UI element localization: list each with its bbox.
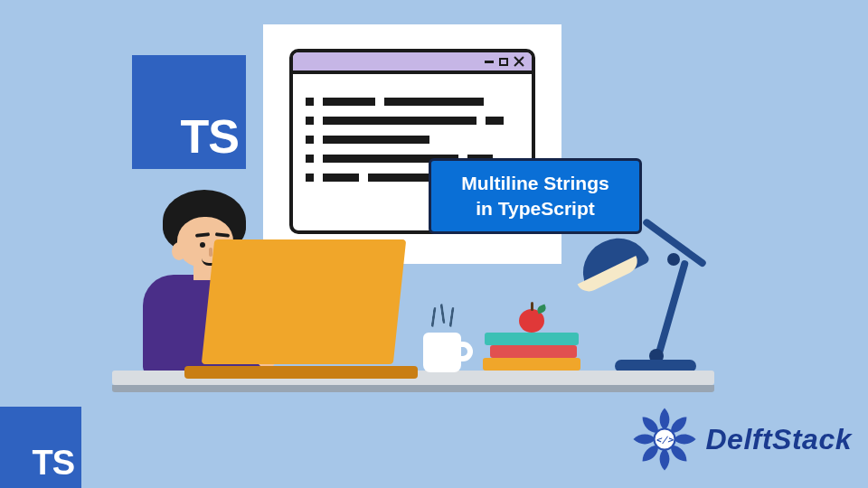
callout-line2: in TypeScript xyxy=(461,196,609,221)
apple-leaf xyxy=(536,305,547,314)
window-titlebar xyxy=(293,52,532,74)
mug xyxy=(423,333,461,372)
window-maximize-icon xyxy=(499,58,508,66)
steam-icon xyxy=(430,307,437,327)
brand-name: DelftStack xyxy=(706,423,853,456)
typescript-logo: TS xyxy=(132,55,246,169)
typescript-logo-corner: TS xyxy=(0,407,81,488)
code-line xyxy=(306,136,519,144)
steam-icon xyxy=(439,304,446,324)
book xyxy=(485,333,579,345)
desk-edge xyxy=(112,385,714,392)
svg-text:</>: </> xyxy=(656,435,674,445)
laptop-screen xyxy=(202,239,407,364)
ts-logo-text: TS xyxy=(181,109,239,164)
window-minimize-icon xyxy=(485,61,494,63)
laptop-base xyxy=(184,366,418,379)
lamp-arm xyxy=(655,259,689,357)
code-line xyxy=(306,117,519,125)
window-close-icon xyxy=(514,56,524,67)
laptop xyxy=(201,239,412,375)
book xyxy=(483,358,580,371)
illustration-scene: TS Multiline Strings in TypeScript xyxy=(0,0,868,488)
steam-icon xyxy=(448,307,455,327)
ts-logo-text: TS xyxy=(32,444,74,483)
code-line xyxy=(306,98,519,106)
apple-stem xyxy=(531,302,533,311)
brand-watermark: </> DelftStack xyxy=(632,407,853,472)
callout-line1: Multiline Strings xyxy=(461,171,609,196)
mug-handle xyxy=(457,342,473,361)
title-callout: Multiline Strings in TypeScript xyxy=(429,158,642,234)
brand-mandala-icon: </> xyxy=(632,407,697,472)
lamp-joint xyxy=(667,253,680,266)
book xyxy=(490,345,577,358)
